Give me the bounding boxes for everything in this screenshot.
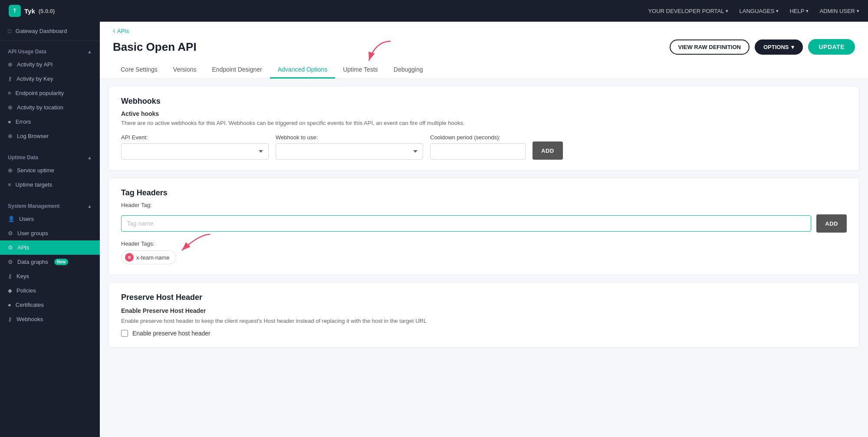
preserve-host-desc: Enable preserve host header to keep the …	[121, 317, 847, 325]
enable-preserve-label: Enable Preserve Host Header	[121, 307, 847, 314]
tag-label: x-team-name	[136, 254, 170, 261]
sidebar-item-user-groups[interactable]: ⚙ User groups	[0, 226, 100, 240]
activity-key-icon: ⚷	[8, 76, 12, 82]
tag-headers-title: Tag Headers	[121, 188, 847, 197]
header-tag-input[interactable]	[121, 215, 811, 232]
page-header: APIs Basic Open API VIEW RAW DEFINITION …	[100, 22, 868, 79]
tyk-logo-icon: T	[9, 5, 21, 17]
webhook-select[interactable]	[276, 143, 423, 160]
top-navigation: T Tyk (5.0.0) YOUR DEVELOPER PORTAL LANG…	[0, 0, 868, 22]
header-tags-display: Header Tags:	[121, 240, 847, 264]
tabs-container: Core Settings Versions Endpoint Designer…	[113, 62, 855, 79]
tab-endpoint-designer[interactable]: Endpoint Designer	[204, 62, 270, 79]
options-chevron-icon: ▾	[791, 44, 794, 50]
preserve-host-checkbox[interactable]	[121, 330, 128, 337]
sidebar-item-activity-by-location[interactable]: ⊕ Activity by location	[0, 100, 100, 115]
webhook-label: Webhook to use:	[276, 134, 423, 141]
cooldown-label: Cooldown period (seconds):	[430, 134, 526, 141]
tab-core-settings[interactable]: Core Settings	[113, 62, 165, 79]
active-hooks-desc: There are no active webhooks for this AP…	[121, 120, 847, 126]
webhooks-title: Webhooks	[121, 97, 847, 106]
header-tag-group: Header Tag: ADD	[121, 202, 847, 233]
sidebar-item-activity-by-api[interactable]: ⊕ Activity by API	[0, 57, 100, 72]
sidebar-item-gateway-dashboard[interactable]: □ Gateway Dashboard	[0, 22, 100, 41]
sidebar-item-activity-by-key[interactable]: ⚷ Activity by Key	[0, 72, 100, 86]
header-tag-label: Header Tag:	[121, 202, 847, 208]
tyk-logo[interactable]: T Tyk (5.0.0)	[9, 5, 55, 17]
api-event-group: API Event:	[121, 134, 269, 160]
tag-item: × x-team-name	[121, 250, 176, 264]
page-title: Basic Open API	[113, 40, 197, 54]
policies-icon: ◆	[8, 287, 12, 294]
collapse-system-icon[interactable]: ▲	[87, 204, 92, 209]
nav-left: T Tyk (5.0.0)	[9, 5, 55, 17]
api-event-label: API Event:	[121, 134, 269, 141]
view-raw-definition-button[interactable]: VIEW RAW DEFINITION	[670, 39, 750, 55]
sidebar-item-certificates[interactable]: ● Certificates	[0, 298, 100, 312]
update-button[interactable]: UPDATE	[808, 39, 855, 55]
collapse-uptime-icon[interactable]: ▲	[87, 155, 92, 160]
header-tags-label: Header Tags:	[121, 240, 847, 247]
sidebar-item-apis[interactable]: ⚙ APIs	[0, 240, 100, 255]
developer-portal-link[interactable]: YOUR DEVELOPER PORTAL	[648, 8, 728, 14]
tab-versions[interactable]: Versions	[165, 62, 204, 79]
tag-headers-inner: Tag Headers Header Tag: ADD Header Tags:	[109, 178, 859, 275]
activity-api-icon: ⊕	[8, 61, 13, 68]
tag-headers-section: Tag Headers Header Tag: ADD Header Tags:	[108, 177, 859, 275]
header-tags-list: × x-team-name	[121, 250, 176, 264]
breadcrumb[interactable]: APIs	[113, 22, 855, 35]
tab-debugging[interactable]: Debugging	[386, 62, 431, 79]
tab-uptime-tests[interactable]: Uptime Tests	[335, 62, 386, 79]
cooldown-group: Cooldown period (seconds): 60	[430, 134, 526, 160]
sidebar-item-endpoint-popularity[interactable]: ≡ Endpoint popularity	[0, 86, 100, 100]
admin-user-link[interactable]: ADMIN USER	[819, 8, 859, 14]
languages-link[interactable]: LANGUAGES	[739, 8, 779, 14]
data-graphs-new-badge: New	[54, 259, 69, 265]
errors-icon: ●	[8, 118, 11, 125]
sidebar: □ Gateway Dashboard API Usage Data ▲ ⊕ A…	[0, 22, 100, 437]
sidebar-item-keys[interactable]: ⚷ Keys	[0, 269, 100, 283]
sidebar-item-errors[interactable]: ● Errors	[0, 115, 100, 129]
options-button[interactable]: OPTIONS ▾	[755, 39, 803, 55]
sidebar-item-uptime-targets[interactable]: ≡ Uptime targets	[0, 177, 100, 192]
user-groups-icon: ⚙	[8, 230, 13, 237]
tag-add-button[interactable]: ADD	[816, 214, 847, 233]
gateway-icon: □	[8, 28, 11, 34]
help-link[interactable]: HELP	[789, 8, 809, 14]
nav-right: YOUR DEVELOPER PORTAL LANGUAGES HELP ADM…	[648, 8, 859, 14]
webhooks-section: Webhooks Active hooks There are no activ…	[108, 86, 859, 171]
webhooks-add-button[interactable]: ADD	[533, 141, 563, 160]
certificates-icon: ●	[8, 302, 11, 308]
cooldown-input[interactable]: 60	[430, 143, 526, 160]
preserve-host-checkbox-label[interactable]: Enable preserve host header	[132, 330, 210, 337]
preserve-host-checkbox-row: Enable preserve host header	[121, 330, 847, 337]
api-event-select[interactable]	[121, 143, 269, 160]
sidebar-section-header-api-usage[interactable]: API Usage Data ▲	[0, 44, 100, 57]
collapse-api-usage-icon[interactable]: ▲	[87, 49, 92, 54]
webhooks-form-row: API Event: Webhook to use:	[121, 134, 847, 160]
header-tag-input-row: ADD	[121, 214, 847, 233]
sidebar-section-system: System Management ▲ 👤 Users ⚙ User group…	[0, 195, 100, 330]
sidebar-section-header-system[interactable]: System Management ▲	[0, 199, 100, 212]
preserve-host-inner: Preserve Host Header Enable Preserve Hos…	[109, 283, 859, 347]
preserve-host-section: Preserve Host Header Enable Preserve Hos…	[108, 282, 859, 348]
app-version: (5.0.0)	[39, 8, 55, 14]
service-uptime-icon: ⊕	[8, 167, 13, 174]
sidebar-item-data-graphs[interactable]: ⚙ Data graphs New	[0, 255, 100, 269]
content-area: Webhooks Active hooks There are no activ…	[100, 86, 868, 348]
webhooks-section-inner: Webhooks Active hooks There are no activ…	[109, 86, 859, 170]
sidebar-item-policies[interactable]: ◆ Policies	[0, 283, 100, 298]
sidebar-item-service-uptime[interactable]: ⊕ Service uptime	[0, 163, 100, 177]
tab-advanced-options[interactable]: Advanced Options	[270, 62, 335, 79]
tag-remove-button[interactable]: ×	[125, 253, 134, 262]
log-browser-icon: ⊕	[8, 133, 13, 139]
api-title-row: Basic Open API VIEW RAW DEFINITION OPTIO…	[113, 35, 855, 62]
sidebar-item-log-browser[interactable]: ⊕ Log Browser	[0, 129, 100, 143]
sidebar-section-header-uptime[interactable]: Uptime Data ▲	[0, 150, 100, 163]
uptime-targets-icon: ≡	[8, 181, 11, 188]
admin-chevron-icon	[857, 8, 859, 14]
languages-chevron-icon	[776, 8, 779, 14]
apis-icon: ⚙	[8, 244, 13, 251]
sidebar-item-webhooks[interactable]: ⚷ Webhooks	[0, 312, 100, 326]
sidebar-item-users[interactable]: 👤 Users	[0, 212, 100, 226]
